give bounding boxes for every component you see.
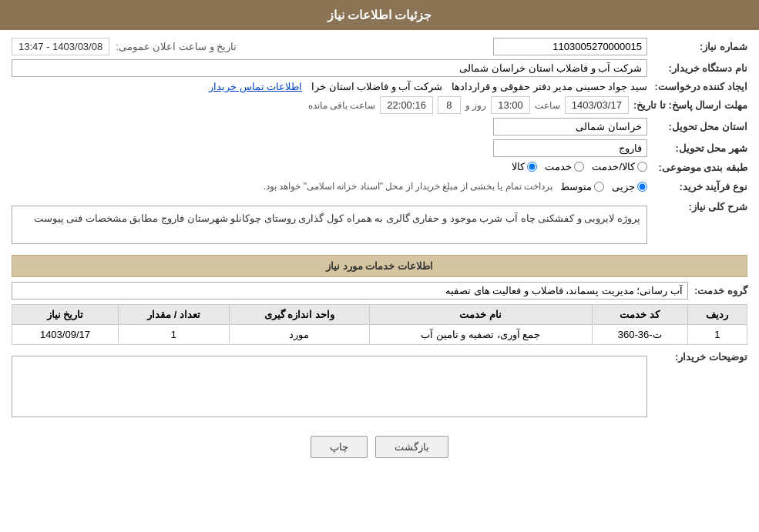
row-groheKhedmat: گروه خدمت: آب رسانی؛ مدیریت پسماند، فاضل…	[12, 282, 747, 299]
radio-kalaKhedmat[interactable]: کالا/خدمت	[592, 161, 647, 172]
table-head: ردیف کد خدمت نام خدمت واحد اندازه گیری ت…	[12, 305, 747, 325]
farayand-note: پرداخت تمام یا بخشی از مبلغ خریدار از مح…	[264, 178, 552, 195]
radio-kala-input[interactable]	[527, 162, 537, 172]
radio-kalaKhedmat-input[interactable]	[637, 162, 647, 172]
row-shahr: شهر محل تحویل: فاروج	[12, 139, 747, 157]
th-tedad: تعداد / مقدار	[118, 305, 229, 325]
label-groheKhedmat: گروه خدمت:	[688, 285, 747, 296]
ejad-value2: شرکت آب و فاضلاب استان خرا	[311, 81, 442, 92]
back-button[interactable]: بازگشت	[375, 436, 448, 458]
sharh-box: پروژه لایروبی و کفشکنی چاه آب شرب موجود …	[12, 206, 647, 244]
value-ejad: سید جواد حسینی مدیر دفتر حقوقی و قرارداد…	[12, 81, 647, 92]
radio-khedmat-input[interactable]	[574, 162, 584, 172]
radio-khedmat[interactable]: خدمت	[545, 161, 584, 172]
radio-group-tarif: کالا/خدمت خدمت کالا	[512, 161, 647, 172]
label-ejad: ایجاد کننده درخواست:	[647, 81, 747, 92]
value-ostan: خراسان شمالی	[12, 118, 647, 136]
row-shomareNiaz: شماره نیاز: 1103005270000015 تاریخ و ساع…	[12, 38, 747, 55]
ejad-value1: سید جواد حسینی مدیر دفتر حقوقی و قرارداد…	[452, 81, 647, 92]
value-namDastgah: شرکت آب و فاضلاب استان خراسان شمالی	[12, 59, 647, 77]
radio-kalaKhedmat-label: کالا/خدمت	[592, 161, 635, 172]
table-body: 1 ت-36-360 جمع آوری، تصفیه و تامین آب مو…	[12, 325, 747, 345]
radio-jozyi-label: جزیی	[612, 181, 635, 192]
row-mohlat: مهلت ارسال پاسخ: تا تاریخ: 1403/03/17 سا…	[12, 96, 747, 114]
ostan-box: خراسان شمالی	[493, 118, 647, 136]
label-shahr: شهر محل تحویل:	[647, 142, 747, 154]
shahr-box: فاروج	[493, 139, 647, 157]
row-namDastgah: نام دستگاه خریدار: شرکت آب و فاضلاب استا…	[12, 59, 747, 77]
cell-tarikh: 1403/09/17	[12, 325, 119, 345]
section-khadamat: اطلاعات خدمات مورد نیاز	[12, 255, 747, 277]
radio-motavasset-input[interactable]	[594, 182, 604, 192]
table-row: 1 ت-36-360 جمع آوری، تصفیه و تامین آب مو…	[12, 325, 747, 345]
shomareNiaz-box: 1103005270000015	[493, 38, 647, 55]
cell-radif: 1	[687, 325, 747, 345]
mohlat-roz-label: روز و	[465, 100, 486, 111]
row-tarifbandi: طبقه بندی موضوعی: کالا/خدمت خدمت کالا	[12, 161, 747, 174]
toseeh-textarea[interactable]	[12, 356, 647, 417]
page-title: جزئیات اطلاعات نیاز	[327, 8, 432, 22]
mohlat-saat-label: ساعت	[535, 100, 560, 111]
th-vahed: واحد اندازه گیری	[230, 305, 370, 325]
value-tarifbandi: کالا/خدمت خدمت کالا	[12, 161, 647, 174]
value-farayand: جزیی متوسط پرداخت تمام یا بخشی از مبلغ خ…	[12, 178, 647, 195]
value-mohlat: 1403/03/17 ساعت 13:00 روز و 8 22:00:16 س…	[12, 96, 629, 114]
cell-vahed: مورد	[230, 325, 370, 345]
table-header-row: ردیف کد خدمت نام خدمت واحد اندازه گیری ت…	[12, 305, 747, 325]
th-radif: ردیف	[687, 305, 747, 325]
row-sharh: شرح کلی نیاز: پروژه لایروبی و کفشکنی چاه…	[12, 201, 747, 249]
services-table: ردیف کد خدمت نام خدمت واحد اندازه گیری ت…	[12, 304, 747, 345]
page-header: جزئیات اطلاعات نیاز	[0, 0, 759, 30]
value-sharh: پروژه لایروبی و کفشکنی چاه آب شرب موجود …	[12, 201, 647, 249]
mohlat-date: 1403/03/17	[565, 96, 629, 114]
value-shahr: فاروج	[12, 139, 647, 157]
radio-motavasset-label: متوسط	[560, 181, 592, 192]
mohlat-row: 1403/03/17 ساعت 13:00 روز و 8 22:00:16 س…	[12, 96, 629, 114]
mohlat-mande: 22:00:16	[380, 96, 433, 114]
tarikh-label: تاریخ و ساعت اعلان عمومی:	[116, 41, 237, 52]
value-shomareNiaz: 1103005270000015 تاریخ و ساعت اعلان عموم…	[12, 38, 647, 55]
th-kodKhedmat: کد خدمت	[592, 305, 687, 325]
radio-kala-label: کالا	[512, 161, 525, 172]
buttons-row: بازگشت چاپ	[12, 436, 747, 458]
th-tarikh: تاریخ نیاز	[12, 305, 119, 325]
radio-khedmat-label: خدمت	[545, 161, 572, 172]
namDastgah-box: شرکت آب و فاضلاب استان خراسان شمالی	[12, 59, 647, 77]
ejad-flex: سید جواد حسینی مدیر دفتر حقوقی و قرارداد…	[12, 81, 647, 92]
label-shomareNiaz: شماره نیاز:	[647, 41, 747, 52]
print-button[interactable]: چاپ	[311, 436, 368, 458]
mohlat-saat: 13:00	[491, 96, 530, 114]
shomareNiaz-flex: 1103005270000015 تاریخ و ساعت اعلان عموم…	[12, 38, 647, 55]
label-ostan: استان محل تحویل:	[647, 121, 747, 132]
label-toseeh: توضیحات خریدار:	[647, 351, 747, 363]
label-farayand: نوع فرآیند خرید:	[647, 181, 747, 192]
th-namKhedmat: نام خدمت	[369, 305, 592, 325]
ejad-link[interactable]: اطلاعات تماس خریدار	[209, 81, 302, 92]
label-tarifbandi: طبقه بندی موضوعی:	[647, 162, 747, 173]
radio-jozyi-input[interactable]	[637, 182, 647, 192]
purchase-options: جزیی متوسط پرداخت تمام یا بخشی از مبلغ خ…	[264, 178, 647, 195]
row-ostan: استان محل تحویل: خراسان شمالی	[12, 118, 747, 136]
row-ejad: ایجاد کننده درخواست: سید جواد حسینی مدیر…	[12, 81, 747, 92]
content-area: شماره نیاز: 1103005270000015 تاریخ و ساع…	[0, 30, 759, 473]
label-mohlat: مهلت ارسال پاسخ: تا تاریخ:	[629, 99, 747, 111]
label-sharh: شرح کلی نیاز:	[647, 201, 747, 212]
mohlat-mande-label: ساعت باقی مانده	[308, 100, 376, 111]
value-toseeh	[12, 351, 647, 424]
cell-tedad: 1	[118, 325, 229, 345]
tarikh-value: 1403/03/08 - 13:47	[12, 38, 109, 55]
label-namDastgah: نام دستگاه خریدار:	[647, 62, 747, 74]
page-wrapper: جزئیات اطلاعات نیاز شماره نیاز: 11030052…	[0, 0, 759, 532]
cell-namKhedmat: جمع آوری، تصفیه و تامین آب	[369, 325, 592, 345]
radio-motavasset[interactable]: متوسط	[560, 181, 604, 192]
mohlat-roz: 8	[438, 96, 461, 114]
row-farayand: نوع فرآیند خرید: جزیی متوسط پرداخت تمام …	[12, 178, 747, 195]
row-toseeh: توضیحات خریدار:	[12, 351, 747, 424]
value-groheKhedmat: آب رسانی؛ مدیریت پسماند، فاضلاب و فعالیت…	[12, 282, 688, 299]
radio-kala[interactable]: کالا	[512, 161, 537, 172]
radio-jozyi[interactable]: جزیی	[612, 181, 647, 192]
cell-kodKhedmat: ت-36-360	[592, 325, 687, 345]
